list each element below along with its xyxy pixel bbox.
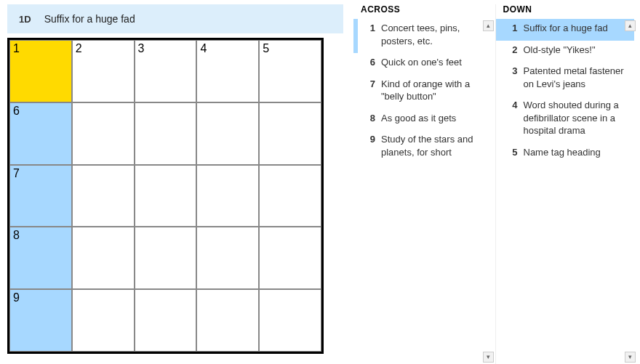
grid-cell[interactable] bbox=[196, 165, 259, 227]
grid-cell[interactable] bbox=[72, 227, 135, 289]
cell-number: 9 bbox=[13, 291, 20, 304]
cell-number: 5 bbox=[263, 42, 269, 55]
grid-cell[interactable]: 9 bbox=[9, 289, 72, 352]
across-column: ACROSS 1Concert tees, pins, posters, etc… bbox=[353, 4, 496, 364]
down-clue-item[interactable]: 2Old-style "Yikes!" bbox=[496, 41, 635, 62]
clue-number: 8 bbox=[362, 112, 375, 125]
across-clue-item[interactable]: 9Study of the stars and planets, for sho… bbox=[353, 130, 492, 164]
clue-number: 2 bbox=[505, 44, 518, 57]
across-scroll: 1Concert tees, pins, posters, etc.6Quick… bbox=[353, 19, 495, 364]
scroll-up-icon[interactable]: ▴ bbox=[483, 20, 494, 31]
clue-text: Old-style "Yikes!" bbox=[524, 44, 631, 57]
clue-text: Suffix for a huge fad bbox=[524, 22, 631, 35]
cell-number: 8 bbox=[13, 229, 20, 242]
clue-lists: ACROSS 1Concert tees, pins, posters, etc… bbox=[349, 0, 640, 364]
across-clue-item[interactable]: 7Kind of orange with a "belly button" bbox=[353, 75, 492, 109]
clue-text: Quick on one's feet bbox=[381, 56, 488, 69]
clue-number: 5 bbox=[505, 146, 518, 159]
across-heading: ACROSS bbox=[353, 4, 495, 19]
clue-number: 1 bbox=[362, 22, 375, 47]
clue-number: 4 bbox=[505, 99, 518, 137]
grid-cell[interactable] bbox=[259, 102, 321, 165]
grid-cell[interactable]: 2 bbox=[72, 40, 135, 102]
crossword-grid: 123456789 bbox=[7, 38, 324, 354]
grid-cell[interactable]: 4 bbox=[196, 40, 259, 102]
grid-cell[interactable]: 8 bbox=[9, 227, 72, 289]
scroll-down-icon[interactable]: ▾ bbox=[625, 352, 636, 363]
scroll-down-icon[interactable]: ▾ bbox=[483, 352, 494, 363]
grid-cell[interactable]: 5 bbox=[259, 40, 321, 102]
grid-cell[interactable] bbox=[72, 102, 135, 165]
crossword-app: 1D Suffix for a huge fad 123456789 ACROS… bbox=[0, 0, 640, 364]
cell-number: 7 bbox=[13, 167, 20, 180]
clue-text: Concert tees, pins, posters, etc. bbox=[381, 22, 488, 47]
across-clue-item[interactable]: 1Concert tees, pins, posters, etc. bbox=[353, 19, 492, 53]
grid-cell[interactable] bbox=[196, 289, 259, 352]
current-clue-label: 1D bbox=[19, 14, 31, 25]
current-clue-bar[interactable]: 1D Suffix for a huge fad bbox=[7, 4, 343, 33]
across-clue-item[interactable]: 8As good as it gets bbox=[353, 109, 492, 131]
down-clue-list: 1Suffix for a huge fad2Old-style "Yikes!… bbox=[496, 19, 638, 164]
clue-number: 1 bbox=[505, 22, 518, 35]
scroll-up-icon[interactable]: ▴ bbox=[625, 20, 636, 31]
grid-cell[interactable] bbox=[135, 165, 197, 227]
cell-number: 4 bbox=[200, 42, 207, 55]
grid-cell[interactable] bbox=[72, 289, 135, 352]
down-heading: DOWN bbox=[496, 4, 638, 19]
current-clue-text: Suffix for a huge fad bbox=[44, 13, 135, 25]
clue-number: 3 bbox=[505, 65, 518, 90]
grid-cell[interactable] bbox=[135, 227, 197, 289]
grid-cell[interactable] bbox=[135, 289, 197, 352]
down-clue-item[interactable]: 3Patented metal fastener on Levi's jeans bbox=[496, 62, 635, 96]
clue-text: Study of the stars and planets, for shor… bbox=[381, 133, 488, 158]
grid-cell[interactable]: 3 bbox=[135, 40, 197, 102]
grid-cell[interactable]: 6 bbox=[9, 102, 72, 165]
grid-cell[interactable] bbox=[196, 227, 259, 289]
clue-text: Name tag heading bbox=[524, 146, 631, 159]
grid-cell[interactable] bbox=[259, 289, 321, 352]
clue-text: Word shouted during a defibrillator scen… bbox=[524, 99, 631, 137]
cell-number: 2 bbox=[76, 42, 82, 55]
down-clue-item[interactable]: 4Word shouted during a defibrillator sce… bbox=[496, 96, 635, 143]
clue-number: 9 bbox=[362, 133, 375, 158]
clue-text: Kind of orange with a "belly button" bbox=[381, 78, 488, 103]
grid-cell[interactable] bbox=[196, 102, 259, 165]
across-clue-list: 1Concert tees, pins, posters, etc.6Quick… bbox=[353, 19, 495, 164]
grid-cell[interactable]: 1 bbox=[9, 40, 72, 102]
clue-number: 7 bbox=[362, 78, 375, 103]
down-clue-item[interactable]: 5Name tag heading bbox=[496, 143, 635, 165]
clue-number: 6 bbox=[362, 56, 375, 69]
cell-number: 1 bbox=[13, 42, 20, 55]
cell-number: 6 bbox=[13, 105, 20, 118]
left-panel: 1D Suffix for a huge fad 123456789 bbox=[0, 0, 349, 364]
clue-text: As good as it gets bbox=[381, 112, 488, 125]
across-clue-item[interactable]: 6Quick on one's feet bbox=[353, 53, 492, 75]
down-clue-item[interactable]: 1Suffix for a huge fad bbox=[496, 19, 635, 41]
grid-cell[interactable] bbox=[72, 165, 135, 227]
down-scroll: 1Suffix for a huge fad2Old-style "Yikes!… bbox=[496, 19, 638, 364]
cell-number: 3 bbox=[138, 42, 145, 55]
grid-cell[interactable] bbox=[259, 165, 321, 227]
grid-cell[interactable] bbox=[259, 227, 321, 289]
grid-cell[interactable] bbox=[135, 102, 197, 165]
clue-text: Patented metal fastener on Levi's jeans bbox=[524, 65, 631, 90]
down-column: DOWN 1Suffix for a huge fad2Old-style "Y… bbox=[496, 4, 638, 364]
grid-cell[interactable]: 7 bbox=[9, 165, 72, 227]
